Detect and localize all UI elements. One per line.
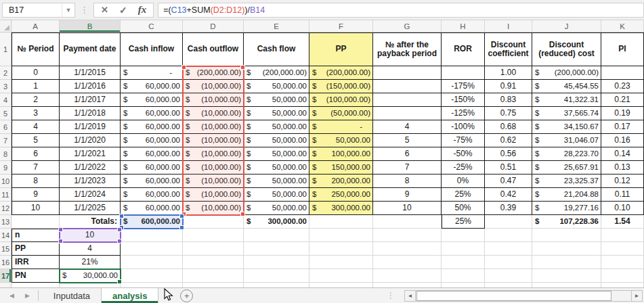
column-header-G[interactable]: G xyxy=(373,20,442,32)
row-header-4[interactable]: 4 xyxy=(0,93,12,107)
cell-H8[interactable]: -50% xyxy=(442,147,485,161)
cell-A7[interactable]: 5 xyxy=(12,134,60,147)
cell-I11[interactable]: 0.42 xyxy=(485,188,532,202)
cell-F11[interactable]: $250,000.00 xyxy=(309,188,373,202)
cell-C17[interactable] xyxy=(121,269,183,283)
cell-H1[interactable]: ROR xyxy=(442,32,485,66)
cell-I9[interactable]: 0.51 xyxy=(485,161,532,174)
cell-J2[interactable]: $(200,000.00) xyxy=(532,66,601,80)
row-header-7[interactable]: 7 xyxy=(0,134,12,147)
cell-F12[interactable]: $300,000.00 xyxy=(309,202,373,215)
cell-I7[interactable]: 0.62 xyxy=(485,134,532,147)
cell-K7[interactable]: 0.16 xyxy=(601,134,644,147)
cell-H13[interactable]: 25% xyxy=(442,215,485,229)
column-header-I[interactable]: I xyxy=(485,20,532,32)
cell-D11[interactable]: $(10,000.00) xyxy=(183,188,244,202)
column-header-C[interactable]: C xyxy=(121,20,183,32)
cell-G13[interactable] xyxy=(373,215,442,229)
cell-E2[interactable]: $(200,000.00) xyxy=(244,66,309,80)
cell-C11[interactable]: $60,000.00 xyxy=(121,188,183,202)
row-header-13[interactable]: 13 xyxy=(0,215,12,229)
cell-F13[interactable] xyxy=(309,215,373,229)
cell-C3[interactable]: $60,000.00 xyxy=(121,80,183,93)
cell-A8[interactable]: 6 xyxy=(12,147,60,161)
scrollbar-track[interactable] xyxy=(416,290,631,302)
cell-A12[interactable]: 10 xyxy=(12,202,60,215)
cell-C6[interactable]: $60,000.00 xyxy=(121,120,183,134)
row-header-5[interactable]: 5 xyxy=(0,107,12,120)
column-header-B[interactable]: B xyxy=(60,20,121,32)
cell-B2[interactable]: 1/1/2015 xyxy=(60,66,121,80)
cell-D16[interactable] xyxy=(183,256,244,269)
cell-E14[interactable] xyxy=(244,229,309,242)
row-header-8[interactable]: 8 xyxy=(0,147,12,161)
cell-D9[interactable]: $(10,000.00) xyxy=(183,161,244,174)
column-header-H[interactable]: H xyxy=(442,20,485,32)
cell-H11[interactable]: 25% xyxy=(442,188,485,202)
cell-E3[interactable]: $50,000.00 xyxy=(244,80,309,93)
cell-H6[interactable]: -100% xyxy=(442,120,485,134)
cell-H10[interactable]: 0% xyxy=(442,174,485,188)
cell-J17[interactable] xyxy=(532,269,601,283)
cell-G16[interactable] xyxy=(373,256,442,269)
cell-C10[interactable]: $60,000.00 xyxy=(121,174,183,188)
cell-C7[interactable]: $60,000.00 xyxy=(121,134,183,147)
row-header-1[interactable]: 1 xyxy=(0,32,12,66)
row-header-12[interactable]: 12 xyxy=(0,202,12,215)
cell-B18[interactable] xyxy=(60,283,121,287)
cell-A1[interactable]: № Period xyxy=(12,32,60,66)
row-header-6[interactable]: 6 xyxy=(0,120,12,134)
row-header-14[interactable]: 14 xyxy=(0,229,12,242)
cell-G7[interactable]: 5 xyxy=(373,134,442,147)
cell-B15[interactable]: 4 xyxy=(60,242,121,256)
cell-J10[interactable]: $23,325.37 xyxy=(532,174,601,188)
cell-E5[interactable]: $50,000.00 xyxy=(244,107,309,120)
cell-E15[interactable] xyxy=(244,242,309,256)
row-header-17[interactable]: 17 xyxy=(0,269,12,283)
cell-H12[interactable]: 50% xyxy=(442,202,485,215)
cell-H4[interactable]: -150% xyxy=(442,93,485,107)
cell-J15[interactable] xyxy=(532,242,601,256)
cell-D6[interactable]: $(10,000.00) xyxy=(183,120,244,134)
cell-E4[interactable]: $50,000.00 xyxy=(244,93,309,107)
cell-F7[interactable]: $50,000.00 xyxy=(309,134,373,147)
cell-D2[interactable]: $(200,000.00) xyxy=(183,66,244,80)
cell-I12[interactable]: 0.39 xyxy=(485,202,532,215)
row-header-18[interactable] xyxy=(0,283,12,287)
insert-function-icon[interactable]: fx xyxy=(138,4,147,16)
row-header-9[interactable]: 9 xyxy=(0,161,12,174)
cell-B16[interactable]: 21% xyxy=(60,256,121,269)
cell-F1[interactable]: PP xyxy=(309,32,373,66)
cell-F2[interactable]: $(200,000.00) xyxy=(309,66,373,80)
cell-E9[interactable]: $50,000.00 xyxy=(244,161,309,174)
cell-K13[interactable]: 1.54 xyxy=(601,215,644,229)
cell-G18[interactable] xyxy=(373,283,442,287)
cell-A4[interactable]: 2 xyxy=(12,93,60,107)
name-box-dropdown-icon[interactable]: ▼ xyxy=(62,3,74,17)
cell-B3[interactable]: 1/1/2016 xyxy=(60,80,121,93)
cell-F8[interactable]: $100,000.00 xyxy=(309,147,373,161)
cell-J13[interactable]: $107,228.36 xyxy=(532,215,601,229)
cell-H5[interactable]: -125% xyxy=(442,107,485,120)
cell-A16[interactable]: IRR xyxy=(12,256,60,269)
cell-E10[interactable]: $50,000.00 xyxy=(244,174,309,188)
cell-G11[interactable]: 9 xyxy=(373,188,442,202)
cell-H17[interactable] xyxy=(442,269,485,283)
cell-I18[interactable] xyxy=(485,283,532,287)
row-header-11[interactable]: 11 xyxy=(0,188,12,202)
cell-C4[interactable]: $60,000.00 xyxy=(121,93,183,107)
cell-C9[interactable]: $60,000.00 xyxy=(121,161,183,174)
cell-J6[interactable]: $34,150.67 xyxy=(532,120,601,134)
cell-E8[interactable]: $50,000.00 xyxy=(244,147,309,161)
cell-A11[interactable]: 9 xyxy=(12,188,60,202)
cell-J14[interactable] xyxy=(532,229,601,242)
cell-B6[interactable]: 1/1/2019 xyxy=(60,120,121,134)
cell-B8[interactable]: 1/1/2021 xyxy=(60,147,121,161)
cell-E16[interactable] xyxy=(244,256,309,269)
cell-D8[interactable]: $(10,000.00) xyxy=(183,147,244,161)
cell-C18[interactable] xyxy=(121,283,183,287)
cell-D18[interactable] xyxy=(183,283,244,287)
cell-H2[interactable] xyxy=(442,66,485,80)
scrollbar-thumb[interactable] xyxy=(416,291,611,301)
cell-J11[interactable]: $21,204.88 xyxy=(532,188,601,202)
